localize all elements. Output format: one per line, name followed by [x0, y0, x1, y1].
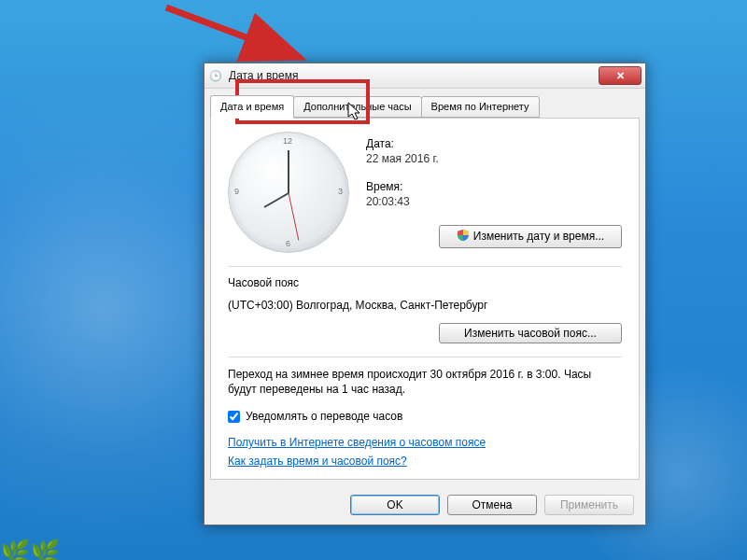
titlebar[interactable]: 🕒 Дата и время ✕ — [204, 63, 645, 89]
tab-strip: Дата и время Дополнительные часы Время п… — [204, 89, 645, 118]
apply-button[interactable]: Применить — [544, 495, 634, 515]
tab-content: 12 3 6 9 Дата: 22 мая 2016 г. Время: 20:… — [210, 118, 640, 480]
date-time-dialog: 🕒 Дата и время ✕ Дата и время Дополнител… — [204, 63, 646, 525]
analog-clock: 12 3 6 9 — [228, 132, 349, 253]
svg-line-0 — [166, 7, 301, 58]
tab-additional-clocks[interactable]: Дополнительные часы — [293, 96, 421, 118]
timezone-value: (UTC+03:00) Волгоград, Москва, Санкт-Пет… — [228, 299, 622, 312]
date-label: Дата: — [366, 137, 622, 150]
tab-date-time[interactable]: Дата и время — [210, 95, 294, 119]
tab-internet-time[interactable]: Время по Интернету — [421, 96, 540, 118]
notify-dst-checkbox[interactable]: Уведомлять о переводе часов — [228, 410, 622, 423]
titlebar-icon: 🕒 — [208, 68, 223, 83]
time-value: 20:03:43 — [366, 195, 622, 208]
cancel-button[interactable]: Отмена — [447, 495, 537, 515]
close-button[interactable]: ✕ — [599, 66, 641, 85]
link-timezone-online[interactable]: Получить в Интернете сведения о часовом … — [228, 436, 486, 449]
notify-dst-input[interactable] — [228, 411, 240, 423]
notify-dst-label: Уведомлять о переводе часов — [246, 410, 402, 423]
change-datetime-label: Изменить дату и время... — [473, 230, 604, 243]
dst-message: Переход на зимнее время происходит 30 ок… — [228, 367, 622, 397]
change-datetime-button[interactable]: Изменить дату и время... — [439, 225, 622, 248]
uac-shield-icon — [457, 229, 470, 245]
change-timezone-button[interactable]: Изменить часовой пояс... — [439, 323, 622, 343]
window-title: Дата и время — [229, 69, 599, 82]
date-value: 22 мая 2016 г. — [366, 152, 622, 165]
ok-button[interactable]: OK — [350, 495, 440, 515]
link-howto[interactable]: Как задать время и часовой пояс? — [228, 455, 407, 468]
dialog-button-bar: OK Отмена Применить — [204, 485, 645, 525]
desktop-background: 🌿🌿 🕒 Дата и время ✕ Дата и время Дополни… — [0, 0, 747, 560]
time-label: Время: — [366, 180, 622, 193]
grass-decoration: 🌿🌿 — [0, 539, 60, 560]
timezone-label: Часовой пояс — [228, 276, 622, 289]
